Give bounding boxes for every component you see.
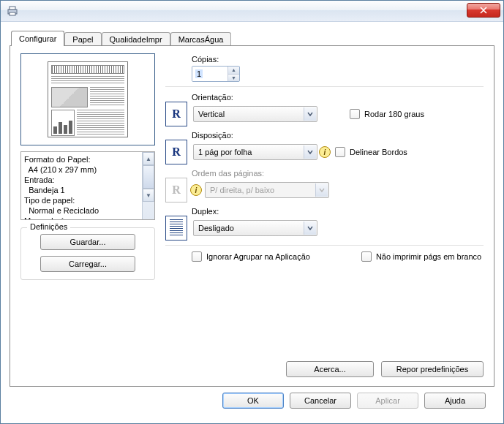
tab-quality[interactable]: QualidadeImpr [102,32,170,46]
svg-rect-2 [10,12,15,15]
scroll-down-icon[interactable]: ▼ [143,189,154,202]
chevron-down-icon[interactable] [304,145,316,159]
restore-defaults-button[interactable]: Repor predefinições [381,361,484,377]
checkbox-icon [192,251,202,262]
printer-icon [7,5,18,17]
pageorder-value: P/ direita, p/ baixo [210,186,274,194]
dialog-footer: OK Cancelar Aplicar Ajuda [10,387,494,416]
copies-spinner[interactable]: 1 ▲▼ [192,66,240,82]
info-line: Bandeja 1 [24,185,139,195]
chevron-down-icon [315,183,328,197]
checkbox-icon [350,109,360,119]
pageorder-combo: P/ direita, p/ baixo [205,182,329,198]
duplex-value: Desligado [198,224,234,232]
print-dialog: Configurar Papel QualidadeImpr MarcasÁgu… [0,0,504,424]
load-settings-button[interactable]: Carregar... [40,256,135,272]
client-area: Configurar Papel QualidadeImpr MarcasÁgu… [1,22,503,423]
layout-value: 1 pág por folha [198,148,252,156]
ignore-collate-checkbox[interactable]: Ignorar Agrupar na Aplicação [192,251,310,262]
page-preview [20,53,155,145]
info-line: Entrada: [24,175,139,185]
about-button[interactable]: Acerca... [286,361,374,377]
info-icon[interactable]: i [190,184,202,196]
titlebar [1,1,503,22]
info-line: Marca de água: [24,216,139,219]
svg-rect-1 [10,7,15,10]
orientation-combo[interactable]: Vertical [193,106,317,122]
borders-checkbox[interactable]: Delinear Bordos [335,147,407,157]
duplex-combo[interactable]: Desligado [193,220,317,236]
skip-blank-label: Não imprimir págs em branco [376,252,481,261]
paper-info-box: Formato do Papel: A4 (210 x 297 mm) Entr… [20,151,155,220]
tab-panel: Formato do Papel: A4 (210 x 297 mm) Entr… [10,45,494,387]
tab-bar: Configurar Papel QualidadeImpr MarcasÁgu… [11,29,494,45]
scroll-up-icon[interactable]: ▲ [143,152,154,165]
pageorder-icon: R [165,178,187,202]
tab-watermark[interactable]: MarcasÁgua [170,32,232,46]
spin-up-icon[interactable]: ▲ [227,67,239,75]
apply-button: Aplicar [357,393,418,409]
copies-value: 1 [195,69,203,78]
rotate-180-checkbox[interactable]: Rodar 180 graus [350,109,424,119]
cancel-button[interactable]: Cancelar [290,393,351,409]
scroll-thumb[interactable] [143,165,154,189]
save-settings-button[interactable]: Guardar... [40,234,135,250]
tab-paper[interactable]: Papel [64,32,101,46]
copies-label: Cópias: [192,55,484,64]
rotate-180-label: Rodar 180 graus [364,110,424,118]
ignore-collate-label: Ignorar Agrupar na Aplicação [206,252,310,261]
layout-combo[interactable]: 1 pág por folha [193,144,317,160]
skip-blank-checkbox[interactable]: Não imprimir págs em branco [361,251,481,262]
info-line: Formato do Papel: [24,154,139,164]
pageorder-label: Ordem das páginas: [192,169,484,178]
duplex-label: Duplex: [192,207,484,216]
info-line: A4 (210 x 297 mm) [24,164,139,175]
layout-icon: R [165,140,187,164]
checkbox-icon [335,147,345,157]
info-line: Normal e Reciclado [24,205,139,216]
info-scrollbar[interactable]: ▲ ▼ [142,152,154,219]
tab-configure[interactable]: Configurar [11,31,64,46]
layout-label: Disposição: [192,131,484,140]
spin-down-icon[interactable]: ▼ [227,75,239,82]
checkbox-icon [361,251,372,262]
orientation-value: Vertical [198,110,225,118]
definitions-legend: Definições [27,222,70,231]
borders-label: Delinear Bordos [350,148,407,156]
ok-button[interactable]: OK [222,393,284,409]
orientation-icon: R [165,102,187,126]
chevron-down-icon[interactable] [304,222,316,235]
close-button[interactable] [467,3,500,18]
help-button[interactable]: Ajuda [424,393,486,409]
info-line: Tipo de papel: [24,195,139,205]
definitions-group: Definições Guardar... Carregar... [20,227,155,280]
info-icon[interactable]: i [319,146,331,158]
chevron-down-icon[interactable] [304,107,316,121]
duplex-icon [165,216,187,241]
orientation-label: Orientação: [192,93,484,102]
